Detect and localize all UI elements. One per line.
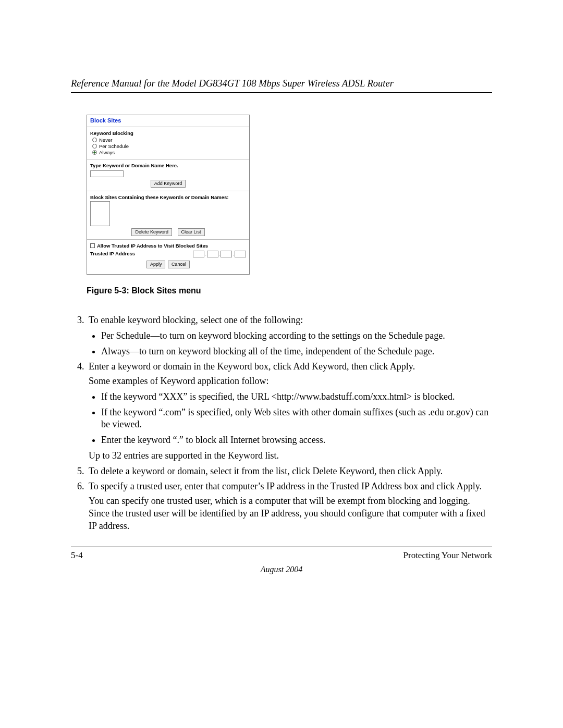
- list-item: To delete a keyword or domain, select it…: [87, 465, 492, 478]
- list-text: To enable keyword blocking, select one o…: [89, 315, 303, 325]
- list-text: Up to 32 entries are supported in the Ke…: [89, 450, 492, 462]
- footer-date: August 2004: [71, 565, 492, 574]
- radio-always[interactable]: Always: [92, 150, 246, 155]
- trusted-ip-inputs[interactable]: . . .: [193, 251, 246, 257]
- radio-per-schedule[interactable]: Per Schedule: [92, 143, 246, 149]
- ip-octet-input[interactable]: [235, 251, 246, 257]
- sub-item: If the keyword “.com” is specified, only…: [101, 406, 492, 431]
- apply-button[interactable]: Apply: [146, 261, 166, 268]
- page-number: 5-4: [71, 550, 83, 561]
- radio-icon: [92, 144, 97, 149]
- figure-screenshot: Block Sites Keyword Blocking Never Per S…: [87, 115, 250, 295]
- sub-item: Per Schedule—to turn on keyword blocking…: [101, 330, 492, 342]
- add-keyword-button[interactable]: Add Keyword: [151, 180, 186, 188]
- radio-label: Always: [99, 150, 115, 155]
- sub-item: Always—to turn on keyword blocking all o…: [101, 346, 492, 358]
- radio-label: Per Schedule: [99, 143, 129, 149]
- sub-item: If the keyword “XXX” is specified, the U…: [101, 391, 492, 403]
- trusted-ip-label: Trusted IP Address: [90, 251, 135, 256]
- radio-never[interactable]: Never: [92, 137, 246, 143]
- header-rule: [71, 92, 492, 93]
- section-title: Protecting Your Network: [403, 550, 492, 561]
- list-text: Enter a keyword or domain in the Keyword…: [89, 361, 492, 373]
- block-list-heading: Block Sites Containing these Keywords or…: [90, 194, 246, 200]
- page-footer: 5-4 Protecting Your Network August 2004: [71, 547, 492, 574]
- running-header: Reference Manual for the Model DG834GT 1…: [71, 78, 492, 89]
- delete-keyword-button[interactable]: Delete Keyword: [131, 228, 172, 236]
- allow-trusted-label: Allow Trusted IP Address to Visit Blocke…: [97, 243, 208, 249]
- figure-caption: Figure 5-3: Block Sites menu: [87, 286, 250, 295]
- clear-list-button[interactable]: Clear List: [178, 228, 205, 236]
- list-text: Some examples of Keyword application fol…: [89, 375, 492, 388]
- ip-octet-input[interactable]: [193, 251, 204, 257]
- radio-icon: [92, 150, 97, 155]
- radio-icon: [92, 138, 97, 142]
- radio-label: Never: [99, 137, 112, 143]
- ip-octet-input[interactable]: [221, 251, 232, 257]
- list-item: Enter a keyword or domain in the Keyword…: [87, 361, 492, 462]
- list-item: To enable keyword blocking, select one o…: [87, 314, 492, 357]
- allow-trusted-checkbox[interactable]: [90, 243, 95, 248]
- cancel-button[interactable]: Cancel: [168, 261, 190, 268]
- list-item: To specify a trusted user, enter that co…: [87, 480, 492, 532]
- sub-item: Enter the keyword “.” to block all Inter…: [101, 434, 492, 447]
- instruction-list: To enable keyword blocking, select one o…: [71, 314, 492, 532]
- type-keyword-heading: Type Keyword or Domain Name Here.: [90, 163, 246, 168]
- ip-octet-input[interactable]: [207, 251, 218, 257]
- keyword-blocking-heading: Keyword Blocking: [90, 130, 246, 136]
- list-text: You can specify one trusted user, which …: [89, 495, 492, 532]
- footer-rule: [71, 547, 492, 547]
- list-text: To specify a trusted user, enter that co…: [89, 480, 492, 493]
- panel-title: Block Sites: [87, 115, 249, 127]
- keyword-input[interactable]: [90, 170, 124, 177]
- keyword-listbox[interactable]: [90, 201, 110, 226]
